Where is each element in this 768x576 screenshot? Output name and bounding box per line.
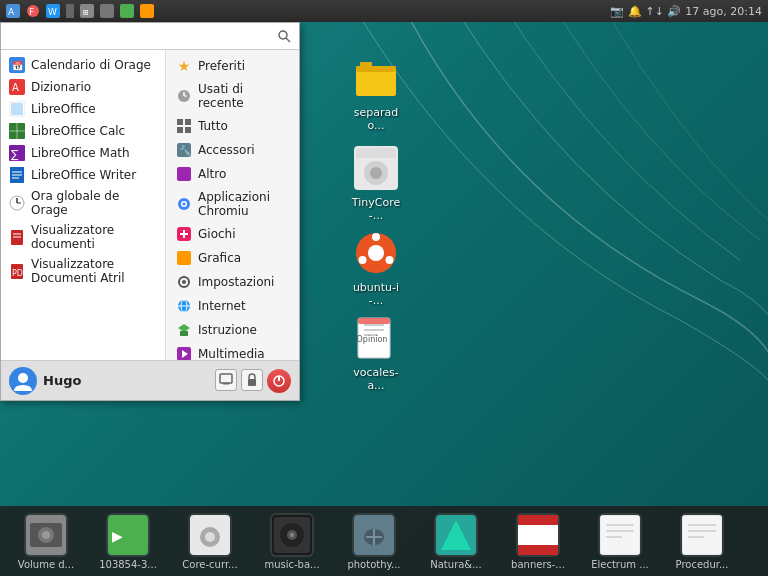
svg-rect-91	[364, 329, 384, 331]
screen-btn[interactable]	[215, 369, 237, 391]
svg-rect-122	[682, 515, 722, 555]
power-button[interactable]	[267, 369, 291, 393]
chromium-icon	[176, 196, 192, 212]
dizionario-icon: A	[9, 79, 25, 95]
menu-item-visudocatril[interactable]: PDF Visualizzatore Documenti Atril	[1, 254, 165, 288]
svg-point-85	[368, 245, 384, 261]
svg-text:A: A	[12, 82, 19, 93]
menu-item-label: Visualizzatore documenti	[31, 223, 157, 251]
cat-recente[interactable]: Usati di recente	[166, 78, 299, 114]
dock-volume[interactable]: Volume d...	[10, 513, 82, 570]
writer-icon	[9, 167, 25, 183]
menu-item-libreoffice[interactable]: LibreOffice	[1, 98, 165, 120]
taskbar-top: A F W ⊞ 📷 🔔 ↑↓ 🔊 17 ago, 2	[0, 0, 768, 22]
menu-item-calendario[interactable]: 📅 Calendario di Orage	[1, 54, 165, 76]
svg-point-54	[182, 280, 186, 284]
svg-text:∑: ∑	[11, 148, 19, 161]
search-bar	[1, 23, 299, 50]
svg-rect-52	[177, 251, 191, 265]
dock-electrum-img	[598, 513, 642, 557]
svg-point-108	[290, 533, 294, 537]
ora-icon	[9, 195, 25, 211]
cat-altro[interactable]: Altro	[166, 162, 299, 186]
menu-item-label: Calendario di Orage	[31, 58, 151, 72]
dock-music-label: music-ba...	[264, 559, 319, 570]
svg-rect-79	[360, 62, 372, 68]
menu-item-label: Ora globale de Orage	[31, 189, 157, 217]
cat-label: Istruzione	[198, 323, 257, 337]
menu-item-dizionario[interactable]: A Dizionario	[1, 76, 165, 98]
dock-natura[interactable]: Natura&...	[420, 513, 492, 570]
svg-rect-73	[223, 383, 229, 385]
menu-item-math[interactable]: ∑ LibreOffice Math	[1, 142, 165, 164]
cat-label: Internet	[198, 299, 246, 313]
svg-line-12	[286, 38, 290, 42]
dock-natura-img	[434, 513, 478, 557]
ubuntu-label: ubuntu-i-...	[344, 280, 408, 308]
desktop-icon-ubuntu[interactable]: ubuntu-i-...	[340, 225, 412, 312]
impostazioni-icon	[176, 274, 192, 290]
cat-tutto[interactable]: Tutto	[166, 114, 299, 138]
cat-label: Impostazioni	[198, 275, 274, 289]
menu-item-ora[interactable]: Ora globale de Orage	[1, 186, 165, 220]
svg-point-98	[42, 531, 50, 539]
taskbar-icon-1[interactable]: A	[4, 2, 22, 20]
dock-core-img	[188, 513, 232, 557]
preferiti-icon: ★	[176, 58, 192, 74]
cat-multimedia[interactable]: Multimedia	[166, 342, 299, 360]
taskbar-icon-2[interactable]: F	[24, 2, 42, 20]
cat-label: Tutto	[198, 119, 228, 133]
dock-103854[interactable]: ▶ 103854-3...	[92, 513, 164, 570]
cat-label: Usati di recente	[198, 82, 289, 110]
dock-photo[interactable]: photothy...	[338, 513, 410, 570]
taskbar-icon-3[interactable]: W	[44, 2, 62, 20]
svg-rect-81	[356, 148, 396, 158]
cat-label: Applicazioni Chromiu	[198, 190, 289, 218]
lock-btn[interactable]	[241, 369, 263, 391]
taskbar-icon-5[interactable]: ⊞	[78, 2, 96, 20]
menu-left-panel: 📅 Calendario di Orage A Dizionario Libre…	[1, 50, 166, 360]
cat-giochi[interactable]: Giochi	[166, 222, 299, 246]
search-button[interactable]	[275, 27, 293, 45]
svg-rect-45	[177, 167, 191, 181]
start-menu: 📅 Calendario di Orage A Dizionario Libre…	[0, 22, 300, 401]
dock-electrum[interactable]: Electrum ...	[584, 513, 656, 570]
tinycore-img	[352, 144, 400, 192]
cat-internet[interactable]: Internet	[166, 294, 299, 318]
svg-rect-74	[248, 379, 256, 386]
cat-preferiti[interactable]: ★ Preferiti	[166, 54, 299, 78]
cat-accessori[interactable]: 🔧 Accessori	[166, 138, 299, 162]
dock-103854-label: 103854-3...	[99, 559, 157, 570]
menu-item-label: LibreOffice Writer	[31, 168, 136, 182]
cat-chromium[interactable]: Applicazioni Chromiu	[166, 186, 299, 222]
taskbar-icon-8[interactable]	[138, 2, 156, 20]
cat-label: Multimedia	[198, 347, 265, 360]
dock-banners-img	[516, 513, 560, 557]
taskbar-bottom: Volume d... ▶ 103854-3... Core-curr... m…	[0, 506, 768, 576]
dock-procedur[interactable]: Procedur...	[666, 513, 738, 570]
menu-item-calc[interactable]: LibreOffice Calc	[1, 120, 165, 142]
user-name: Hugo	[43, 373, 209, 388]
dock-banners[interactable]: banners-...	[502, 513, 574, 570]
cat-istruzione[interactable]: Istruzione	[166, 318, 299, 342]
taskbar-icon-4[interactable]	[66, 4, 74, 18]
desktop-icon-tinycore[interactable]: TinyCore-...	[340, 140, 412, 227]
dock-music[interactable]: music-ba...	[256, 513, 328, 570]
cat-grafica[interactable]: Grafica	[166, 246, 299, 270]
menu-item-writer[interactable]: LibreOffice Writer	[1, 164, 165, 186]
svg-rect-116	[518, 515, 558, 525]
dock-core[interactable]: Core-curr...	[174, 513, 246, 570]
desktop-icon-separado[interactable]: separado...	[340, 50, 412, 137]
svg-point-87	[386, 256, 394, 264]
desktop-icon-vocales[interactable]: Opinion vocales-a...	[340, 310, 412, 397]
svg-marker-58	[178, 324, 190, 332]
cat-label: Preferiti	[198, 59, 245, 73]
cat-impostazioni[interactable]: Impostazioni	[166, 270, 299, 294]
svg-rect-39	[177, 119, 183, 125]
menu-item-label: LibreOffice Calc	[31, 124, 125, 138]
menu-item-visudoc[interactable]: Visualizzatore documenti	[1, 220, 165, 254]
taskbar-right-icons: 📷 🔔 ↑↓ 🔊 17 ago, 20:14	[604, 5, 768, 18]
taskbar-icon-6[interactable]	[98, 2, 116, 20]
taskbar-icon-7[interactable]	[118, 2, 136, 20]
search-input[interactable]	[7, 29, 275, 43]
